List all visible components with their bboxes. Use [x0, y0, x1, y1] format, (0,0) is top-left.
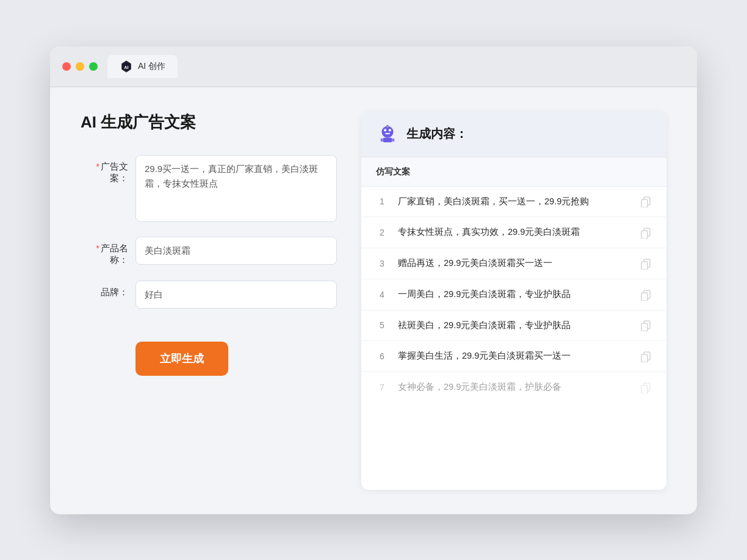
copy-icon[interactable] [640, 226, 652, 239]
svg-rect-3 [384, 129, 386, 131]
result-number: 2 [376, 228, 388, 237]
results-title: 生成内容： [406, 126, 467, 142]
result-item: 2 专抹女性斑点，真实功效，29.9元美白淡斑霜 [361, 217, 666, 248]
product-name-row: *产品名称： [81, 237, 337, 266]
right-panel: 生成内容： 仿写文案 1 厂家直销，美白淡斑霜，买一送一，29.9元抢购 2 专… [361, 112, 666, 490]
svg-rect-4 [389, 129, 391, 131]
result-number: 5 [376, 320, 388, 330]
robot-icon [376, 123, 399, 146]
svg-rect-9 [381, 138, 383, 142]
result-number: 3 [376, 259, 388, 268]
ai-tab-icon: AI [120, 60, 133, 73]
result-item: 7 女神必备，29.9元美白淡斑霜，护肤必备 [361, 372, 666, 403]
ad-copy-input[interactable]: 29.9买一送一，真正的厂家直销，美白淡斑霜，专抹女性斑点 [135, 155, 337, 222]
product-name-input[interactable] [135, 237, 337, 265]
results-header: 生成内容： [361, 112, 666, 157]
svg-rect-21 [641, 323, 648, 331]
column-label: 仿写文案 [376, 167, 410, 176]
browser-window: AI AI 创作 AI 生成广告文案 *广告文案： 29.9买一送一，真正的厂家… [50, 46, 697, 514]
result-number: 4 [376, 290, 388, 300]
svg-rect-13 [641, 199, 648, 207]
svg-rect-8 [383, 137, 392, 142]
copy-icon[interactable] [640, 350, 652, 362]
copy-icon[interactable] [640, 289, 652, 301]
result-text: 厂家直销，美白淡斑霜，买一送一，29.9元抢购 [398, 195, 630, 209]
result-number: 1 [376, 196, 388, 206]
result-text: 祛斑美白，29.9元美白淡斑霜，专业护肤品 [398, 319, 630, 332]
maximize-button[interactable] [89, 62, 98, 71]
content-area: AI 生成广告文案 *广告文案： 29.9买一送一，真正的厂家直销，美白淡斑霜，… [50, 87, 697, 514]
brand-row: 品牌： [81, 281, 337, 309]
result-text: 赠品再送，29.9元美白淡斑霜买一送一 [398, 257, 630, 270]
result-item: 6 掌握美白生活，29.9元美白淡斑霜买一送一 [361, 341, 666, 372]
ad-copy-label: *广告文案： [81, 155, 135, 184]
svg-rect-15 [641, 231, 648, 239]
results-list: 1 厂家直销，美白淡斑霜，买一送一，29.9元抢购 2 专抹女性斑点，真实功效，… [361, 187, 666, 403]
page-title: AI 生成广告文案 [81, 112, 337, 133]
svg-text:AI: AI [124, 64, 128, 70]
svg-rect-10 [392, 138, 395, 142]
brand-input[interactable] [135, 281, 337, 309]
ad-copy-row: *广告文案： 29.9买一送一，真正的厂家直销，美白淡斑霜，专抹女性斑点 [81, 155, 337, 222]
svg-rect-19 [641, 293, 648, 301]
svg-rect-5 [385, 133, 390, 134]
required-star-2: * [96, 243, 99, 253]
close-button[interactable] [62, 62, 71, 71]
titlebar: AI AI 创作 [50, 46, 697, 87]
tab-label: AI 创作 [138, 61, 165, 72]
result-text: 女神必备，29.9元美白淡斑霜，护肤必备 [398, 381, 630, 394]
generate-button[interactable]: 立即生成 [135, 342, 228, 376]
copy-icon[interactable] [640, 381, 652, 393]
tab-ai-creation[interactable]: AI AI 创作 [107, 55, 178, 78]
brand-label: 品牌： [81, 281, 135, 298]
result-item: 1 厂家直销，美白淡斑霜，买一送一，29.9元抢购 [361, 187, 666, 218]
svg-point-2 [382, 126, 394, 137]
result-text: 掌握美白生活，29.9元美白淡斑霜买一送一 [398, 350, 630, 363]
required-star: * [96, 161, 99, 171]
result-text: 一周美白，29.9元美白淡斑霜，专业护肤品 [398, 288, 630, 301]
result-item: 5 祛斑美白，29.9元美白淡斑霜，专业护肤品 [361, 311, 666, 342]
result-number: 6 [376, 351, 388, 361]
svg-rect-25 [641, 386, 648, 393]
svg-rect-23 [641, 354, 648, 362]
left-panel: AI 生成广告文案 *广告文案： 29.9买一送一，真正的厂家直销，美白淡斑霜，… [81, 112, 337, 490]
results-table-header: 仿写文案 [361, 157, 666, 187]
minimize-button[interactable] [76, 62, 84, 71]
product-name-label: *产品名称： [81, 237, 135, 266]
copy-icon[interactable] [640, 319, 652, 331]
svg-point-11 [387, 126, 389, 127]
result-item: 3 赠品再送，29.9元美白淡斑霜买一送一 [361, 248, 666, 279]
result-item: 4 一周美白，29.9元美白淡斑霜，专业护肤品 [361, 279, 666, 311]
copy-icon[interactable] [640, 195, 652, 207]
traffic-lights [62, 62, 98, 71]
svg-rect-17 [641, 262, 648, 270]
result-number: 7 [376, 382, 388, 392]
result-text: 专抹女性斑点，真实功效，29.9元美白淡斑霜 [398, 226, 630, 239]
copy-icon[interactable] [640, 257, 652, 270]
